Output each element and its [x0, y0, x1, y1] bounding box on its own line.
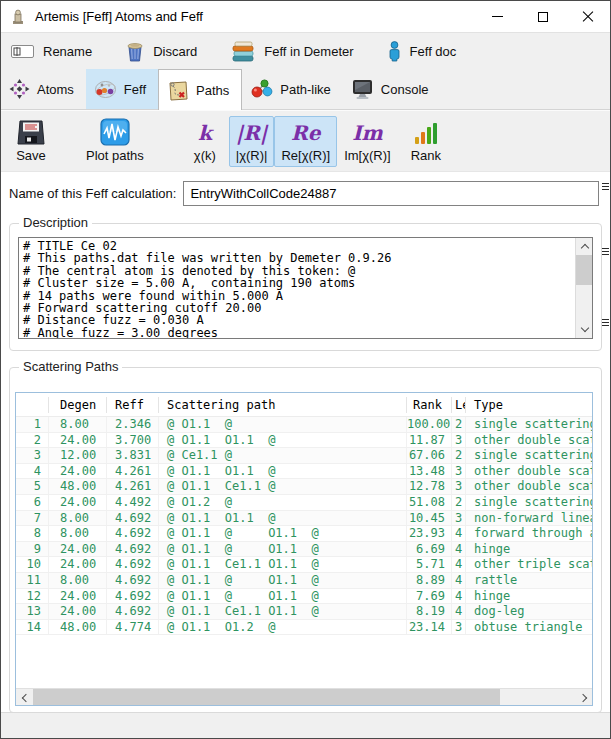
- column-reff[interactable]: Reff: [106, 397, 158, 413]
- table-row[interactable]: 7 8.00 4.692 @ O1.1 O1.1 @ 10.45 3 non-f…: [16, 511, 592, 527]
- plot-paths-button[interactable]: Plot paths: [79, 114, 151, 167]
- table-row[interactable]: 6 24.00 4.492 @ O1.2 @ 51.08 2 single sc…: [16, 495, 592, 511]
- column-scattering-path[interactable]: Scattering path: [158, 397, 406, 413]
- column-rank[interactable]: Rank: [406, 397, 451, 413]
- close-button[interactable]: [565, 1, 610, 32]
- tab-feff-label: Feff: [124, 82, 146, 97]
- vertical-scroll-thumb[interactable]: [576, 255, 593, 285]
- tab-console-label: Console: [381, 82, 429, 97]
- person-icon: [388, 41, 401, 62]
- table-row[interactable]: 10 24.00 4.692 @ O1.1 Ce1.1 O1.1 @ 5.71 …: [16, 557, 592, 573]
- chi-r-re-glyph-icon: Re: [291, 120, 320, 146]
- cell-legs: 2: [451, 448, 465, 463]
- tab-paths[interactable]: Paths: [158, 69, 242, 110]
- table-row[interactable]: 8 8.00 4.692 @ O1.1 @ O1.1 @ 23.93 4 for…: [16, 526, 592, 542]
- feff-in-demeter-button[interactable]: Feff in Demeter: [231, 41, 353, 62]
- table-row[interactable]: 3 12.00 3.831 @ Ce1.1 @ 67.06 2 single s…: [16, 448, 592, 464]
- scroll-right-icon[interactable]: [575, 689, 592, 706]
- tab-path-like[interactable]: Path-like: [242, 69, 343, 109]
- table-row[interactable]: 12 24.00 4.692 @ O1.1 @ O1.1 @ 7.69 4 hi…: [16, 589, 592, 605]
- cell-degen: 24.00: [48, 557, 106, 572]
- table-body: 1 8.00 2.346 @ O1.1 @ 100.00 2 single sc…: [16, 417, 592, 635]
- plot-chi-k-button[interactable]: k χ(k): [187, 116, 223, 167]
- discard-button[interactable]: Discard: [126, 41, 197, 62]
- table-row[interactable]: 2 24.00 3.700 @ O1.1 O1.1 @ 11.87 3 othe…: [16, 433, 592, 449]
- table-row[interactable]: 1 8.00 2.346 @ O1.1 @ 100.00 2 single sc…: [16, 417, 592, 433]
- rank-button[interactable]: Rank: [404, 116, 448, 167]
- scroll-down-icon[interactable]: [576, 321, 593, 338]
- cell-reff: 4.692: [106, 604, 158, 619]
- cell-scattering-path: @ O1.2 @: [158, 495, 406, 510]
- cell-reff: 4.692: [106, 573, 158, 588]
- cell-degen: 48.00: [48, 479, 106, 494]
- tab-feff[interactable]: Feff: [86, 69, 158, 109]
- description-textarea[interactable]: # TITLE Ce 02 # This paths.dat file was …: [18, 237, 593, 339]
- cell-index: 2: [16, 433, 48, 448]
- column-degen[interactable]: Degen: [48, 397, 106, 413]
- cell-reff: 4.692: [106, 589, 158, 604]
- scroll-left-icon[interactable]: [16, 689, 33, 706]
- table-horizontal-scrollbar[interactable]: [16, 688, 592, 705]
- plot-chi-r-re-button[interactable]: Re Re[χ(R)]: [274, 116, 337, 167]
- app-icon: [10, 9, 26, 25]
- column-type[interactable]: Type: [465, 397, 592, 413]
- sash-grip-icon[interactable]: [602, 181, 609, 192]
- column-legs[interactable]: Legs: [451, 397, 465, 413]
- cell-legs: 4: [451, 589, 465, 604]
- maximize-button[interactable]: [520, 1, 565, 32]
- cell-degen: 24.00: [48, 495, 106, 510]
- cell-legs: 3: [451, 620, 465, 635]
- cell-legs: 4: [451, 604, 465, 619]
- cell-scattering-path: @ O1.1 @ O1.1 @: [158, 589, 406, 604]
- cell-scattering-path: @ O1.1 O1.1 @: [158, 511, 406, 526]
- plot-chi-r-mag-button[interactable]: |R| |χ(R)|: [229, 116, 275, 167]
- cell-rank: 11.87: [406, 433, 451, 448]
- cell-legs: 3: [451, 433, 465, 448]
- tab-atoms[interactable]: Atoms: [1, 69, 86, 109]
- cell-index: 6: [16, 495, 48, 510]
- table-row[interactable]: 14 48.00 4.774 @ O1.1 O1.2 @ 23.14 3 obt…: [16, 620, 592, 636]
- table-row[interactable]: 4 24.00 4.261 @ O1.1 O1.1 @ 13.48 3 othe…: [16, 464, 592, 480]
- sash-grip-icon[interactable]: [602, 246, 609, 257]
- feff-calculation-name-input[interactable]: [183, 181, 599, 206]
- status-bar: [1, 712, 610, 738]
- cell-legs: 2: [451, 495, 465, 510]
- cell-degen: 8.00: [48, 511, 106, 526]
- cell-type: hinge: [465, 589, 592, 604]
- cell-reff: 4.261: [106, 479, 158, 494]
- cell-degen: 24.00: [48, 604, 106, 619]
- tab-console[interactable]: Console: [343, 69, 441, 109]
- scattering-paths-table: Degen Reff Scattering path Rank Legs Typ…: [15, 392, 593, 706]
- description-vertical-scrollbar[interactable]: [575, 238, 592, 338]
- cell-scattering-path: @ O1.1 Ce1.1 O1.1 @: [158, 557, 406, 572]
- horizontal-scroll-thumb[interactable]: [33, 689, 500, 705]
- table-row[interactable]: 13 24.00 4.692 @ O1.1 Ce1.1 O1.1 @ 8.19 …: [16, 604, 592, 620]
- cell-type: single scattering: [465, 495, 592, 510]
- tab-atoms-label: Atoms: [37, 82, 74, 97]
- save-button[interactable]: Save: [9, 115, 53, 167]
- rename-button[interactable]: Rename: [11, 44, 92, 59]
- table-row[interactable]: 5 48.00 4.261 @ O1.1 Ce1.1 @ 12.78 3 oth…: [16, 479, 592, 495]
- cell-index: 4: [16, 464, 48, 479]
- cell-rank: 23.93: [406, 526, 451, 541]
- plot-chi-r-im-button[interactable]: Im Im[χ(R)]: [337, 116, 398, 167]
- console-monitor-icon: [351, 79, 374, 100]
- cell-index: 5: [16, 479, 48, 494]
- cell-type: single scattering: [465, 448, 592, 463]
- cell-degen: 24.00: [48, 589, 106, 604]
- table-row[interactable]: 9 24.00 4.692 @ O1.1 @ O1.1 @ 6.69 4 hin…: [16, 542, 592, 558]
- cell-reff: 4.774: [106, 620, 158, 635]
- close-icon: [582, 11, 594, 23]
- table-row[interactable]: 11 8.00 4.692 @ O1.1 @ O1.1 @ 8.89 4 rat…: [16, 573, 592, 589]
- chi-r-mag-label: |χ(R)|: [236, 148, 268, 163]
- cell-rank: 51.08: [406, 495, 451, 510]
- cell-legs: 4: [451, 557, 465, 572]
- sash-grip-icon[interactable]: [602, 317, 609, 328]
- minimize-button[interactable]: [475, 1, 520, 32]
- cell-degen: 24.00: [48, 464, 106, 479]
- cell-rank: 10.45: [406, 511, 451, 526]
- scroll-up-icon[interactable]: [576, 238, 593, 255]
- cell-scattering-path: @ O1.1 Ce1.1 O1.1 @: [158, 604, 406, 619]
- cell-type: forward through absorber: [465, 526, 592, 541]
- feff-doc-button[interactable]: Feff doc: [388, 41, 457, 62]
